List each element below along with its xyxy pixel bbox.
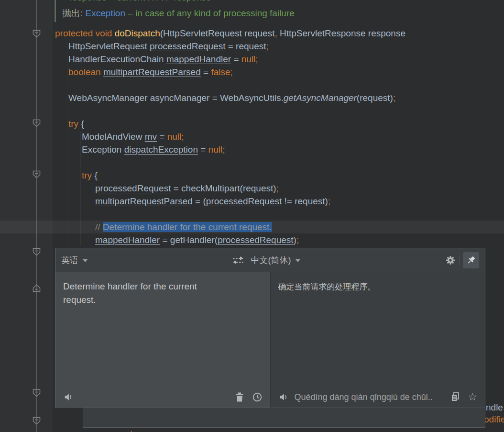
speaker-icon[interactable] xyxy=(278,392,289,402)
swap-languages-icon[interactable] xyxy=(232,254,244,266)
code-line[interactable] xyxy=(0,208,504,221)
chevron-down-icon xyxy=(83,259,88,262)
javadoc-block-bar xyxy=(55,0,56,22)
source-language-label: 英语 xyxy=(61,255,78,266)
source-panel-toolbar xyxy=(55,386,270,408)
code-line[interactable]: boolean multipartRequestParsed = false; xyxy=(0,66,504,78)
pinyin-text: Quèdìng dàng qián qǐngqiú de chǔl.. xyxy=(295,392,443,402)
translation-popup-body: Determine handler for the current reques… xyxy=(55,272,485,408)
source-language-selector[interactable]: 英语 xyxy=(61,255,88,266)
clipped-return-keyword: return; xyxy=(122,429,148,432)
gear-icon[interactable] xyxy=(444,254,457,266)
code-line[interactable]: processedRequest = checkMultipart(reques… xyxy=(0,182,504,195)
copy-icon[interactable] xyxy=(450,392,460,402)
code-line[interactable]: try { xyxy=(0,169,504,182)
result-panel-toolbar: Quèdìng dàng qián qǐngqiú de chǔl.. ☆ xyxy=(271,386,485,408)
hint-box xyxy=(83,408,485,428)
ide-editor: { "doc": { "partial_line": "response – c… xyxy=(0,0,504,432)
code-line[interactable]: Exception dispatchException = null; xyxy=(0,143,504,156)
throws-description: – in case of any kind of processing fail… xyxy=(125,8,295,18)
code-line[interactable]: try { xyxy=(0,117,504,130)
throws-label: 抛出: xyxy=(62,8,83,18)
trash-icon[interactable] xyxy=(235,392,244,402)
fold-collapse-icon[interactable] xyxy=(32,416,42,426)
translation-popup-header: 英语 中文(简体) xyxy=(55,248,485,272)
clipped-code-fragment: odifie xyxy=(484,414,504,425)
code-line[interactable]: mappedHandler = getHandler(processedRequ… xyxy=(0,233,504,246)
code-line[interactable]: multipartRequestParsed = (processedReque… xyxy=(0,195,504,208)
code-line[interactable] xyxy=(0,104,504,117)
code-line[interactable] xyxy=(0,78,504,91)
result-text-panel: 确定当前请求的处理程序。 Quèdìng dàng qián qǐngqiú d… xyxy=(271,272,485,408)
speaker-icon[interactable] xyxy=(63,392,74,402)
code-line[interactable] xyxy=(0,156,504,169)
code-line[interactable]: // Determine handler for the current req… xyxy=(0,221,504,233)
code-line[interactable]: protected void doDispatch(HttpServletReq… xyxy=(0,27,504,40)
exception-link[interactable]: Exception xyxy=(86,8,125,18)
code-editor-area[interactable]: protected void doDispatch(HttpServletReq… xyxy=(0,27,504,246)
fold-end-icon[interactable] xyxy=(32,283,42,293)
clipped-code-fragment: ndle xyxy=(486,402,503,413)
chevron-down-icon xyxy=(296,259,300,262)
history-clock-icon[interactable] xyxy=(252,392,263,402)
header-divider xyxy=(460,255,460,265)
code-line[interactable]: HandlerExecutionChain mappedHandler = nu… xyxy=(0,53,504,66)
target-language-label: 中文(简体) xyxy=(251,255,291,266)
fold-collapse-icon[interactable] xyxy=(32,247,42,257)
pin-toggle-button[interactable] xyxy=(463,252,479,268)
code-line[interactable]: WebAsyncManager asyncManager = WebAsyncU… xyxy=(0,91,504,104)
translated-text: 确定当前请求的处理程序。 xyxy=(278,281,470,293)
code-line[interactable]: ModelAndView mv = null; xyxy=(0,130,504,143)
javadoc-throws-line: 抛出: Exception – in case of any kind of p… xyxy=(62,7,295,20)
fold-collapse-icon[interactable] xyxy=(32,388,42,398)
javadoc-partial-line: response – current HTTP response xyxy=(69,0,211,4)
source-text[interactable]: Determine handler for the current reques… xyxy=(63,280,228,307)
target-language-selector[interactable]: 中文(简体) xyxy=(251,255,300,266)
favorite-star-icon[interactable]: ☆ xyxy=(468,392,477,402)
code-line[interactable]: HttpServletRequest processedRequest = re… xyxy=(0,40,504,53)
source-text-panel[interactable]: Determine handler for the current reques… xyxy=(55,272,271,408)
translation-popup: 英语 中文(简体) xyxy=(55,248,485,408)
